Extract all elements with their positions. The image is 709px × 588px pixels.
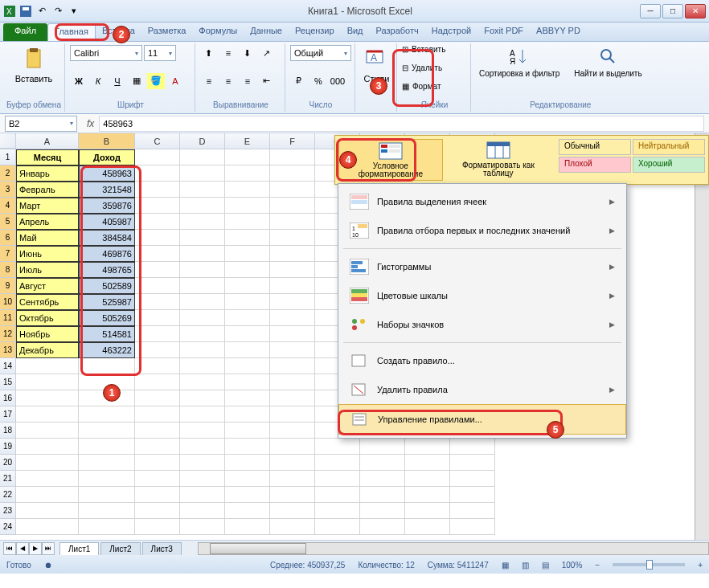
cell[interactable]: 463222	[79, 342, 135, 358]
cell-style-normal[interactable]: Обычный	[559, 139, 631, 155]
cell[interactable]	[79, 487, 135, 503]
zoom-level[interactable]: 100%	[562, 561, 583, 570]
cell[interactable]	[450, 455, 495, 471]
cell[interactable]: 384584	[79, 230, 135, 246]
cell[interactable]	[450, 503, 495, 519]
cell[interactable]	[16, 439, 79, 455]
cell[interactable]	[270, 390, 315, 406]
tab-review[interactable]: Рецензир	[289, 23, 341, 41]
row-header[interactable]: 23	[0, 503, 16, 519]
maximize-button[interactable]: □	[662, 4, 683, 18]
cell[interactable]	[180, 503, 225, 519]
cell[interactable]	[79, 423, 135, 439]
cell[interactable]: 525987	[79, 294, 135, 310]
column-header-D[interactable]: D	[180, 133, 225, 149]
percent-button[interactable]: %	[309, 73, 327, 89]
scroll-thumb[interactable]	[210, 543, 306, 554]
row-header[interactable]: 20	[0, 455, 16, 471]
view-normal-icon[interactable]: ▦	[502, 561, 509, 570]
cell[interactable]	[180, 326, 225, 342]
cell[interactable]	[270, 471, 315, 487]
cell[interactable]	[135, 374, 180, 390]
cell[interactable]	[135, 149, 180, 165]
redo-icon[interactable]: ↷	[51, 5, 64, 18]
bold-button[interactable]: Ж	[70, 73, 88, 89]
cell[interactable]	[135, 326, 180, 342]
minimize-button[interactable]: ─	[640, 4, 661, 18]
cell[interactable]	[135, 358, 180, 374]
row-header[interactable]: 2	[0, 165, 16, 182]
row-header[interactable]: 1	[0, 149, 16, 165]
cell[interactable]	[270, 487, 315, 503]
cell[interactable]: 458963	[79, 165, 135, 182]
undo-icon[interactable]: ↶	[35, 5, 48, 18]
cell[interactable]	[270, 278, 315, 294]
cell[interactable]	[270, 326, 315, 342]
cell[interactable]	[135, 487, 180, 503]
cell[interactable]	[16, 455, 79, 471]
cf-menu-top-bottom-rules[interactable]: 110 Правила отбора первых и последних зн…	[338, 216, 626, 245]
cell[interactable]	[135, 246, 180, 262]
row-header[interactable]: 19	[0, 439, 16, 455]
tab-home[interactable]: Главная	[47, 23, 96, 41]
format-as-table-button[interactable]: Форматировать как таблицу	[446, 139, 551, 181]
cell[interactable]: 405987	[79, 214, 135, 230]
cell[interactable]: Январь	[16, 165, 79, 182]
font-color-button[interactable]: A	[166, 73, 184, 89]
cell[interactable]	[360, 519, 405, 535]
underline-button[interactable]: Ч	[109, 73, 126, 89]
cf-menu-clear-rules[interactable]: Удалить правила ▶	[338, 375, 626, 404]
cell[interactable]	[16, 519, 79, 535]
cell[interactable]: Сентябрь	[16, 294, 79, 310]
cell[interactable]	[450, 471, 495, 487]
cell[interactable]	[135, 230, 180, 246]
sheet-nav-prev[interactable]: ◀	[16, 542, 29, 555]
cell[interactable]	[135, 503, 180, 519]
cell[interactable]	[135, 423, 180, 439]
cell[interactable]: Март	[16, 198, 79, 214]
tab-foxit[interactable]: Foxit PDF	[477, 23, 530, 41]
qat-more-icon[interactable]: ▾	[68, 5, 80, 18]
select-all-corner[interactable]	[0, 133, 16, 149]
column-header-E[interactable]: E	[225, 133, 270, 149]
cell[interactable]	[16, 406, 79, 423]
cell[interactable]	[360, 487, 405, 503]
cell[interactable]	[180, 439, 225, 455]
cell[interactable]	[450, 487, 495, 503]
cell[interactable]	[135, 471, 180, 487]
cell[interactable]	[135, 390, 180, 406]
cell[interactable]	[270, 230, 315, 246]
cell[interactable]	[135, 406, 180, 423]
sheet-tab-2[interactable]: Лист2	[100, 542, 140, 555]
cell[interactable]	[135, 455, 180, 471]
cell[interactable]	[225, 471, 270, 487]
cell[interactable]	[225, 374, 270, 390]
cell[interactable]: Доход	[79, 149, 135, 165]
cell[interactable]	[270, 182, 315, 198]
cell[interactable]	[270, 294, 315, 310]
cell[interactable]: Май	[16, 230, 79, 246]
cell[interactable]	[270, 310, 315, 326]
cell[interactable]	[225, 519, 270, 535]
cell[interactable]	[270, 423, 315, 439]
column-header-A[interactable]: A	[16, 133, 79, 149]
cf-menu-icon-sets[interactable]: Наборы значков ▶	[338, 310, 626, 339]
cell[interactable]	[225, 342, 270, 358]
indent-button[interactable]: ⇤	[258, 73, 276, 89]
cell-style-bad[interactable]: Плохой	[559, 157, 631, 173]
cell[interactable]	[16, 374, 79, 390]
zoom-thumb[interactable]	[646, 560, 653, 570]
cell[interactable]	[180, 423, 225, 439]
cell[interactable]	[79, 406, 135, 423]
fx-icon[interactable]: fx	[82, 118, 99, 129]
cell[interactable]	[180, 471, 225, 487]
cell[interactable]	[180, 198, 225, 214]
paste-button[interactable]: Вставить	[6, 45, 61, 85]
number-format-combo[interactable]: Общий▾	[290, 45, 351, 61]
cell[interactable]	[180, 519, 225, 535]
cell[interactable]	[16, 503, 79, 519]
cell[interactable]	[135, 165, 180, 182]
cell[interactable]: 502589	[79, 278, 135, 294]
cell[interactable]	[180, 455, 225, 471]
cell[interactable]	[270, 503, 315, 519]
